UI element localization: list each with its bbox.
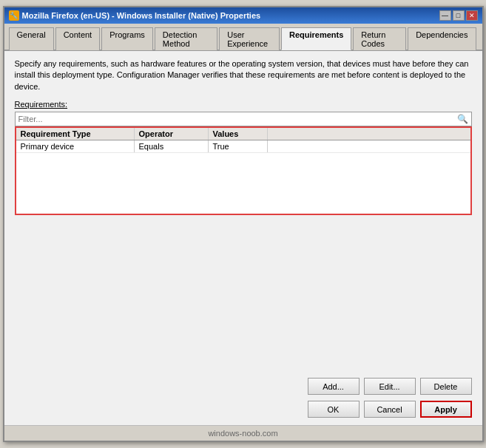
tab-programs[interactable]: Programs	[101, 27, 153, 50]
watermark-bar: windows-noob.com	[4, 425, 482, 441]
requirements-table: Requirement Type Operator Values Primary…	[15, 126, 472, 215]
title-bar: 🔧 Mozilla Firefox (en-US) - Windows Inst…	[4, 7, 482, 24]
title-controls: — □ ✕	[439, 10, 478, 21]
apply-button[interactable]: Apply	[420, 401, 472, 418]
tab-detection-method[interactable]: Detection Method	[155, 27, 217, 50]
window-title: Mozilla Firefox (en-US) - Windows Instal…	[22, 11, 261, 20]
col-values: Values	[209, 128, 268, 140]
cell-type: Primary device	[16, 140, 135, 152]
dialog-buttons-row: OK Cancel Apply	[15, 398, 472, 421]
minimize-button[interactable]: —	[439, 10, 451, 21]
tab-requirements[interactable]: Requirements	[281, 27, 351, 50]
tab-return-codes[interactable]: Return Codes	[353, 27, 406, 50]
main-window: 🔧 Mozilla Firefox (en-US) - Windows Inst…	[3, 6, 484, 442]
tab-bar: General Content Programs Detection Metho…	[4, 24, 482, 51]
edit-button[interactable]: Edit...	[364, 378, 416, 395]
ok-button[interactable]: OK	[308, 401, 360, 418]
tab-content[interactable]: Content	[55, 27, 101, 50]
window-icon: 🔧	[9, 10, 19, 21]
action-buttons-row: Add... Edit... Delete	[15, 372, 472, 398]
filter-row: 🔍	[15, 112, 472, 126]
table-header: Requirement Type Operator Values	[16, 128, 470, 140]
maximize-button[interactable]: □	[453, 10, 465, 21]
cell-operator: Equals	[135, 140, 209, 152]
delete-button[interactable]: Delete	[420, 378, 472, 395]
watermark-text: windows-noob.com	[208, 429, 277, 438]
col-requirement-type: Requirement Type	[16, 128, 135, 140]
cancel-button[interactable]: Cancel	[364, 401, 416, 418]
title-bar-left: 🔧 Mozilla Firefox (en-US) - Windows Inst…	[9, 10, 261, 21]
content-area: Specify any requirements, such as hardwa…	[4, 51, 482, 372]
table-row[interactable]: Primary device Equals True	[16, 140, 470, 153]
tab-general[interactable]: General	[9, 27, 54, 50]
col-operator: Operator	[135, 128, 209, 140]
filter-input[interactable]	[16, 113, 454, 125]
window-bottom: Add... Edit... Delete OK Cancel Apply	[4, 372, 482, 425]
tab-user-experience[interactable]: User Experience	[219, 27, 280, 50]
description-text: Specify any requirements, such as hardwa…	[15, 58, 472, 92]
close-button[interactable]: ✕	[466, 10, 478, 21]
cell-value: True	[209, 140, 268, 152]
requirements-label: Requirements:	[15, 100, 472, 109]
add-button[interactable]: Add...	[308, 378, 360, 395]
tab-dependencies[interactable]: Dependencies	[408, 27, 476, 50]
search-icon: 🔍	[454, 114, 471, 124]
